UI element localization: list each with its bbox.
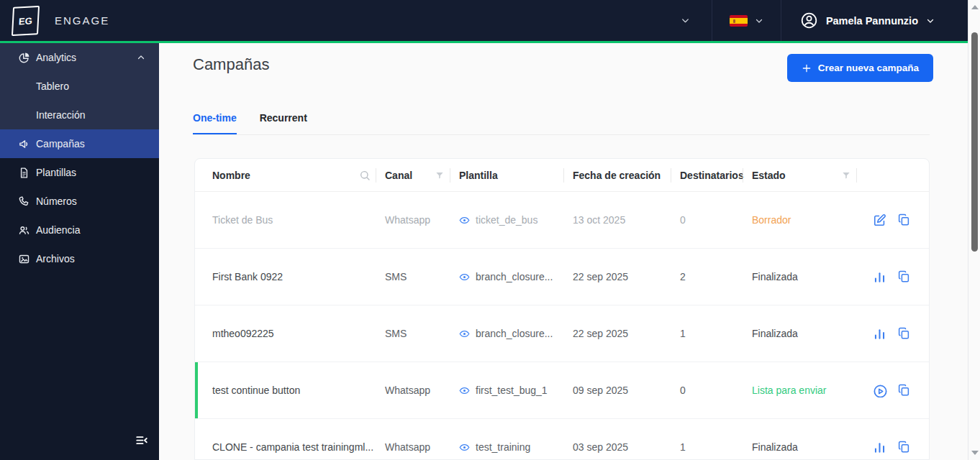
tab-recurrent[interactable]: Recurrent xyxy=(260,112,307,135)
table-header-row: Nombre Canal Plantilla Fecha de creación… xyxy=(195,159,929,192)
plus-icon xyxy=(802,63,812,73)
stats-icon[interactable] xyxy=(873,327,886,341)
sidebar-item-label: Tablero xyxy=(36,80,69,92)
stats-icon[interactable] xyxy=(873,441,886,454)
campaign-name: Ticket de Bus xyxy=(195,214,376,226)
column-header-nombre: Nombre xyxy=(195,159,376,191)
template-name: first_test_bug_1 xyxy=(476,385,548,396)
megaphone-icon xyxy=(18,138,30,150)
play-icon[interactable] xyxy=(873,384,886,397)
campaign-channel: SMS xyxy=(376,271,450,282)
copy-icon[interactable] xyxy=(897,213,911,227)
chevron-down-icon xyxy=(926,17,935,25)
tab-one-time[interactable]: One-time xyxy=(193,112,237,135)
eye-icon[interactable] xyxy=(459,442,470,453)
copy-icon[interactable] xyxy=(897,441,911,454)
sidebar-item-label: Campañas xyxy=(36,138,85,150)
campaign-template: first_test_bug_1 xyxy=(450,385,564,396)
sidebar-item-label: Archivos xyxy=(36,253,75,264)
campaign-date: 22 sep 2025 xyxy=(564,271,671,282)
status-badge: Finalizada xyxy=(743,441,857,453)
campaign-name: mtheo092225 xyxy=(195,328,376,339)
copy-icon[interactable] xyxy=(897,384,911,397)
document-icon xyxy=(18,167,30,179)
collapse-sidebar-icon[interactable] xyxy=(134,434,150,447)
column-header-canal: Canal xyxy=(376,159,450,191)
column-header-plantilla: Plantilla xyxy=(450,159,564,191)
copy-icon[interactable] xyxy=(897,270,911,284)
campaigns-table: Nombre Canal Plantilla Fecha de creación… xyxy=(194,158,930,460)
table-row: mtheo092225 SMS branch_closure... 22 sep… xyxy=(195,305,929,362)
template-name: branch_closure... xyxy=(476,328,553,339)
sidebar-item-label: Analytics xyxy=(36,52,76,63)
table-row: First Bank 0922 SMS branch_closure... 22… xyxy=(195,249,929,305)
image-icon xyxy=(18,253,30,265)
sidebar-item-label: Números xyxy=(36,196,77,207)
campaign-channel: Whatsapp xyxy=(376,385,450,396)
user-avatar-icon xyxy=(800,12,818,29)
sidebar-item-analytics[interactable]: Analytics xyxy=(0,43,159,72)
brand-name: ENGAGE xyxy=(55,14,109,27)
edit-icon[interactable] xyxy=(873,213,886,227)
table-row: test continue button Whatsapp first_test… xyxy=(195,362,929,419)
campaign-template: branch_closure... xyxy=(450,271,564,282)
search-icon[interactable] xyxy=(359,170,371,181)
user-name: Pamela Pannunzio xyxy=(826,15,918,27)
sidebar-item-archivos[interactable]: Archivos xyxy=(0,244,159,273)
sidebar-item-campanas[interactable]: Campañas xyxy=(0,129,159,158)
row-actions xyxy=(857,213,929,227)
chevron-down-icon[interactable] xyxy=(681,16,690,25)
filter-icon[interactable] xyxy=(435,170,445,180)
sidebar-item-tablero[interactable]: Tablero xyxy=(0,72,159,101)
vertical-scrollbar[interactable] xyxy=(968,0,980,460)
main-content: Campañas Crear nueva campaña One-time Re… xyxy=(159,43,968,460)
campaign-date: 13 oct 2025 xyxy=(564,214,671,226)
campaign-recipients: 1 xyxy=(671,441,743,453)
scroll-down-arrow[interactable] xyxy=(971,451,979,455)
logo-initials: EG xyxy=(19,14,33,26)
template-name: branch_closure... xyxy=(476,271,553,282)
sidebar-item-interaccion[interactable]: Interacción xyxy=(0,101,159,129)
sidebar-item-numeros[interactable]: Números xyxy=(0,187,159,216)
table-row: CLONE - campania test trainingml... What… xyxy=(195,419,929,460)
column-header-fecha: Fecha de creación xyxy=(564,159,671,191)
table-row: Ticket de Bus Whatsapp ticket_de_bus 13 … xyxy=(195,192,929,249)
sidebar-item-label: Audiencia xyxy=(36,224,81,236)
column-header-actions xyxy=(857,159,929,191)
row-actions xyxy=(857,270,929,284)
eye-icon[interactable] xyxy=(459,272,470,282)
chevron-up-icon xyxy=(137,53,145,62)
campaign-recipients: 2 xyxy=(671,271,743,282)
scrollbar-thumb[interactable] xyxy=(971,32,978,252)
campaign-name: test continue button xyxy=(195,385,376,396)
sidebar-item-audiencia[interactable]: Audiencia xyxy=(0,216,159,244)
header-divider xyxy=(781,0,781,41)
campaign-channel: Whatsapp xyxy=(376,214,450,226)
campaign-recipients: 0 xyxy=(671,385,743,396)
column-header-destinatarios: Destinatarios xyxy=(671,159,743,191)
status-badge: Borrador xyxy=(743,214,857,226)
eye-icon[interactable] xyxy=(459,385,470,396)
campaign-channel: SMS xyxy=(376,328,450,339)
tabs-divider xyxy=(193,134,930,135)
eye-icon[interactable] xyxy=(459,215,470,226)
campaign-date: 09 sep 2025 xyxy=(564,385,671,396)
people-icon xyxy=(18,224,30,236)
filter-icon[interactable] xyxy=(841,170,851,180)
spain-flag-icon xyxy=(730,15,748,27)
phone-icon xyxy=(18,196,30,208)
create-campaign-button[interactable]: Crear nueva campaña xyxy=(787,54,933,82)
eye-icon[interactable] xyxy=(459,328,470,339)
stats-icon[interactable] xyxy=(873,270,886,284)
language-selector[interactable] xyxy=(730,15,763,27)
scroll-up-arrow[interactable] xyxy=(971,5,979,9)
pie-chart-icon xyxy=(18,52,30,64)
user-menu[interactable]: Pamela Pannunzio xyxy=(800,12,935,29)
sidebar-item-plantillas[interactable]: Plantillas xyxy=(0,158,159,187)
campaign-date: 03 sep 2025 xyxy=(564,441,671,453)
app-logo: EG xyxy=(12,5,40,35)
campaign-channel: Whatsapp xyxy=(376,441,450,453)
campaign-name: First Bank 0922 xyxy=(195,271,376,282)
campaign-recipients: 1 xyxy=(671,328,743,339)
copy-icon[interactable] xyxy=(897,327,911,341)
